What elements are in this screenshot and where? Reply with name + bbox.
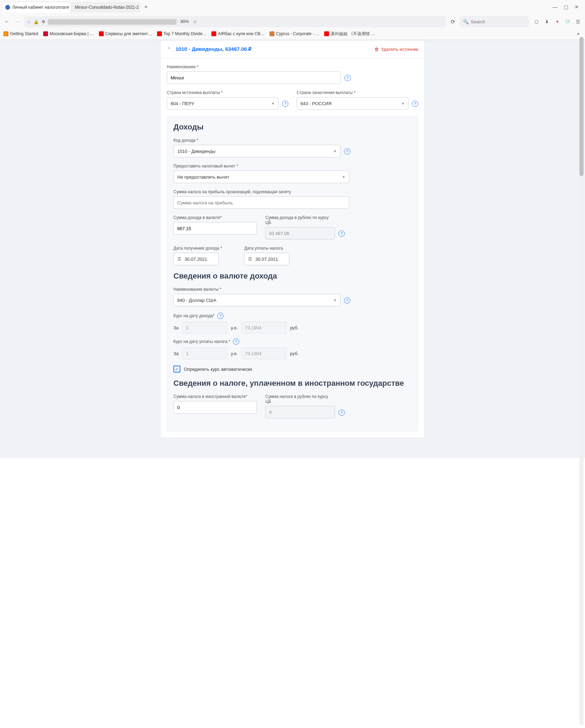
- org-tax-input[interactable]: [173, 196, 349, 209]
- rate-value-input: 73.1904: [241, 322, 287, 334]
- help-icon[interactable]: ?: [338, 230, 345, 237]
- calendar-icon: 🗓: [177, 257, 182, 262]
- search-icon: 🔍: [463, 19, 469, 24]
- bookmark-item[interactable]: Getting Started: [3, 31, 38, 36]
- panel-title: 1010 - Дивиденды, 63467.06 ₽: [176, 46, 252, 52]
- permissions-icon[interactable]: ⚙: [42, 19, 45, 24]
- bookmark-item[interactable]: Cyprus - Corporate - …: [270, 31, 320, 36]
- extension-icon-2[interactable]: 🛡: [564, 19, 571, 24]
- src-country-label: Страна источника выплаты *: [167, 90, 279, 95]
- minimize-icon[interactable]: —: [553, 4, 557, 10]
- chevron-down-icon: ▼: [271, 102, 275, 105]
- tab-active[interactable]: Личный кабинет налогоплате ×: [1, 2, 71, 13]
- name-input[interactable]: [167, 71, 341, 84]
- foreign-tax-heading: Сведения о налоге, уплаченном в иностран…: [173, 379, 412, 388]
- help-icon[interactable]: ?: [217, 313, 224, 319]
- youtube-icon: [99, 31, 104, 36]
- bookmark-item[interactable]: 莫叫姐姐 《不该用情 …: [324, 31, 375, 37]
- chevron-down-icon: ▼: [333, 149, 337, 153]
- rate-tax-per-input: 1: [182, 347, 227, 359]
- download-icon[interactable]: ⬇: [543, 19, 550, 24]
- date-recv-label: Дата получения дохода *: [173, 246, 222, 251]
- url-text: ████████████████████████████████████████: [48, 19, 176, 24]
- auto-rate-checkbox[interactable]: ✓: [173, 366, 180, 373]
- bookmark-item[interactable]: Сервисы для эмитент…: [99, 31, 152, 36]
- new-tab-button[interactable]: +: [141, 2, 151, 12]
- youtube-icon: [157, 31, 162, 36]
- foreign-tax-rub-input: [265, 406, 335, 418]
- url-bar[interactable]: ◇ 🔒 ⚙ ██████████████████████████████████…: [24, 16, 446, 27]
- auto-rate-label: Определить курс автоматически: [184, 367, 252, 372]
- panel-header: ⌃ 1010 - Дивиденды, 63467.06 ₽ 🗑 Удалить…: [161, 40, 424, 58]
- help-icon[interactable]: ?: [344, 148, 350, 155]
- window-controls: — ▢ ✕: [548, 4, 584, 10]
- scrollbar[interactable]: [579, 37, 584, 458]
- youtube-icon: [211, 31, 216, 36]
- income-section: Доходы Код дохода * 1010 - Дивиденды ▼ ?: [167, 116, 418, 431]
- star-icon[interactable]: ☆: [193, 19, 197, 24]
- tab-title: Личный кабинет налогоплате: [12, 5, 69, 10]
- tab-title: Minsur-Consolidado-Notas-2021-2: [75, 5, 139, 10]
- bookmark-item[interactable]: AIRбас с нуля или СВ…: [211, 31, 265, 36]
- close-window-icon[interactable]: ✕: [575, 4, 579, 10]
- deduction-label: Предоставить налоговый вычет *: [173, 164, 349, 169]
- date-recv-input[interactable]: 🗓 30.07.2021: [173, 253, 219, 265]
- currency-heading: Сведения о валюте дохода: [173, 272, 412, 281]
- maximize-icon[interactable]: ▢: [564, 4, 568, 10]
- youtube-icon: [324, 31, 329, 36]
- bookmark-item[interactable]: Московская Биржа | …: [43, 31, 94, 36]
- chevron-down-icon: ▼: [342, 175, 345, 179]
- org-tax-label: Сумма налога на прибыль организаций, под…: [173, 189, 349, 194]
- currency-select[interactable]: 840 - Доллар США ▼: [173, 294, 341, 306]
- lock-icon[interactable]: 🔒: [33, 19, 39, 24]
- bookmark-item[interactable]: Top 7 Monthly Divide…: [157, 31, 206, 36]
- forward-button[interactable]: →: [14, 18, 21, 25]
- collapse-icon[interactable]: ⌃: [167, 47, 171, 52]
- amount-fx-label: Сумма дохода в валюте*: [173, 215, 257, 220]
- income-code-select[interactable]: 1010 - Дивиденды ▼: [173, 145, 341, 157]
- moex-icon: [43, 31, 48, 36]
- menu-icon[interactable]: ☰: [575, 19, 582, 24]
- amount-fx-input[interactable]: [173, 222, 257, 235]
- help-icon[interactable]: ?: [233, 338, 239, 345]
- zoom-level[interactable]: 80%: [179, 18, 190, 25]
- currency-name-label: Наименование валюты *: [173, 287, 341, 292]
- rate-tax-label: Курс на дату уплаты налога *: [173, 339, 230, 344]
- delete-source-button[interactable]: 🗑 Удалить источник: [374, 47, 418, 52]
- deduction-select[interactable]: Не предоставлять вычет ▼: [173, 171, 349, 183]
- bookmarks-overflow[interactable]: »: [575, 31, 582, 36]
- scrollbar-thumb[interactable]: [579, 37, 584, 176]
- help-icon[interactable]: ?: [338, 409, 345, 416]
- date-tax-input[interactable]: 🗓 30.07.2021: [244, 253, 289, 265]
- rate-per-input: 1: [182, 322, 227, 334]
- trash-icon: 🗑: [374, 47, 379, 52]
- credit-country-label: Страна зачисления выплаты *: [297, 90, 408, 95]
- firefox-icon: [3, 31, 8, 36]
- pocket-icon[interactable]: ⬡: [533, 19, 540, 24]
- name-label: Наименование *: [167, 64, 341, 69]
- site-icon: [270, 31, 274, 36]
- tab-inactive[interactable]: Minsur-Consolidado-Notas-2021-2 ×: [71, 2, 141, 13]
- chevron-down-icon: ▼: [401, 102, 405, 105]
- search-box[interactable]: 🔍: [460, 16, 529, 27]
- help-icon[interactable]: ?: [344, 75, 351, 81]
- amount-rub-input: [265, 227, 335, 240]
- search-input[interactable]: [471, 19, 526, 24]
- credit-country-select[interactable]: 643 - РОССИЯ ▼: [297, 97, 408, 110]
- rate-tax-value-input: 73.1904: [241, 347, 287, 359]
- help-icon[interactable]: ?: [282, 101, 288, 107]
- back-button[interactable]: ←: [3, 18, 10, 25]
- amount-rub-label: Сумма дохода в рублях по курсу ЦБ: [265, 215, 335, 225]
- tabs-row: Личный кабинет налогоплате × Minsur-Cons…: [1, 2, 548, 13]
- calendar-icon: 🗓: [248, 257, 252, 262]
- income-code-label: Код дохода *: [173, 138, 341, 143]
- foreign-tax-rub-label: Сумма налога в рублях по курсу ЦБ: [265, 394, 335, 404]
- help-icon[interactable]: ?: [344, 297, 350, 304]
- help-icon[interactable]: ?: [412, 101, 418, 107]
- foreign-tax-fx-input[interactable]: [173, 401, 257, 414]
- shield-icon[interactable]: ◇: [27, 19, 31, 24]
- src-country-select[interactable]: 604 - ПЕРУ ▼: [167, 97, 279, 110]
- extension-icon-1[interactable]: ✦: [554, 19, 561, 24]
- rate-income-label: Курс на дату дохода*: [173, 313, 214, 318]
- reload-button[interactable]: ⟳: [449, 18, 456, 25]
